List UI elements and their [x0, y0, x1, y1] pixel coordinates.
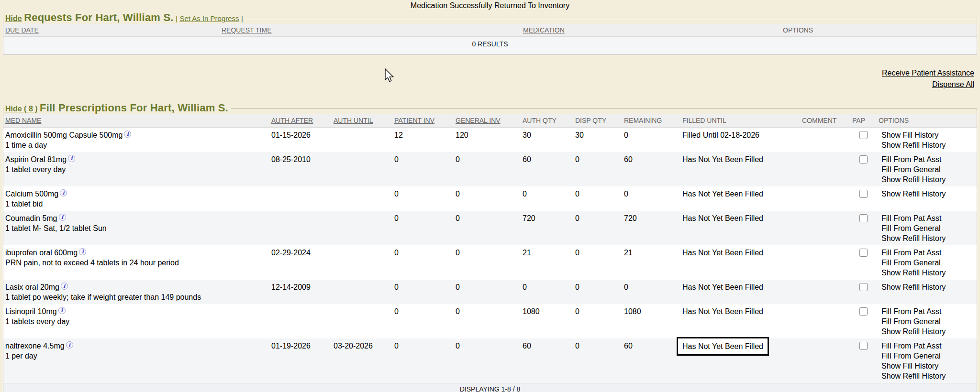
rx-header-cell: AUTH QTY — [521, 114, 573, 127]
option-link-show-refill-history[interactable]: Show Refill History — [881, 140, 946, 150]
option-link-fill-from-general[interactable]: Fill From General — [881, 316, 941, 327]
option-link-show-refill-history[interactable]: Show Refill History — [881, 174, 946, 185]
rx-col-filled-until: FILLED UNTIL — [682, 117, 726, 124]
auth-after-value: 08-25-2010 — [269, 152, 332, 186]
disp-qty-value: 0 — [573, 211, 622, 245]
option-link-show-fill-history[interactable]: Show Fill History — [881, 361, 938, 371]
option-link-fill-from-general[interactable]: Fill From General — [881, 223, 941, 233]
rx-header-cell: FILLED UNTIL — [680, 114, 800, 127]
auth-after-value: 01-19-2026 — [269, 338, 332, 383]
med-cell: Coumadin 5mgi 1 tablet M- Sat, 1/2 table… — [3, 211, 269, 245]
auth-until-value — [332, 152, 392, 186]
requests-table: DUE DATEREQUEST TIMEMEDICATIONOPTIONS 0 … — [3, 24, 977, 54]
requests-col-due-date[interactable]: DUE DATE — [5, 26, 39, 34]
option-link-show-refill-history[interactable]: Show Refill History — [881, 233, 946, 243]
option-link-fill-from-pat-asst[interactable]: Fill From Pat Asst — [881, 154, 941, 164]
remaining-value: 0 — [622, 280, 680, 304]
remaining-value: 60 — [622, 338, 680, 383]
requests-col-request-time[interactable]: REQUEST TIME — [222, 26, 272, 34]
pap-checkbox[interactable] — [859, 131, 868, 139]
option-line: Fill From General — [881, 258, 975, 268]
info-icon[interactable]: i — [58, 307, 66, 314]
auth-qty-value: 720 — [521, 211, 573, 245]
requests-col-medication[interactable]: MEDICATION — [523, 26, 565, 34]
filled-until-cell: Filled Until 02-18-2026 — [680, 127, 800, 152]
rx-header-cell: GENERAL INV — [454, 114, 521, 127]
option-link-fill-from-pat-asst[interactable]: Fill From Pat Asst — [881, 213, 941, 223]
auth-after-value — [269, 304, 332, 338]
rx-header-cell: AUTH UNTIL — [332, 114, 392, 127]
pap-checkbox[interactable] — [859, 342, 868, 350]
comment-value — [800, 211, 850, 245]
med-name: ibuprofen oral 600mg — [5, 249, 78, 257]
auth-qty-value: 0 — [521, 186, 573, 211]
filled-until-value: Filled Until 02-18-2026 — [682, 130, 759, 140]
option-link-fill-from-general[interactable]: Fill From General — [881, 164, 941, 174]
option-link-show-fill-history[interactable]: Show Fill History — [881, 130, 938, 140]
rx-col-auth-after[interactable]: AUTH AFTER — [271, 117, 313, 124]
option-link-show-refill-history[interactable]: Show Refill History — [881, 371, 946, 381]
filled-until-cell: Has Not Yet Been Filled — [680, 152, 800, 186]
filled-until-value: Has Not Yet Been Filled — [682, 154, 763, 164]
displaying-row: DISPLAYING 1-8 / 8 — [3, 383, 977, 392]
info-icon[interactable]: i — [124, 131, 131, 138]
med-name: Lisinopril 10mg — [5, 307, 57, 316]
rx-col-comment: COMMENT — [802, 117, 836, 124]
pap-checkbox[interactable] — [859, 155, 868, 163]
auth-until-value — [332, 280, 392, 304]
info-icon[interactable]: i — [59, 214, 66, 221]
displaying-count: DISPLAYING 1-8 / 8 — [3, 383, 977, 392]
option-line: Show Refill History — [881, 140, 975, 150]
rx-col-patient-inv[interactable]: PATIENT INV — [394, 117, 434, 124]
remaining-value: 1080 — [622, 304, 680, 338]
pap-checkbox[interactable] — [859, 283, 868, 291]
filled-until-value: Has Not Yet Been Filled — [682, 213, 763, 223]
rx-col-auth-until[interactable]: AUTH UNTIL — [334, 117, 373, 124]
option-link-fill-from-pat-asst[interactable]: Fill From Pat Asst — [881, 306, 941, 316]
option-link-show-refill-history[interactable]: Show Refill History — [881, 189, 946, 199]
auth-until-value — [332, 186, 392, 211]
requests-header-cell: OPTIONS — [778, 24, 977, 37]
general-inv-value: 0 — [454, 280, 521, 304]
option-line: Show Refill History — [881, 174, 975, 185]
pap-checkbox[interactable] — [859, 190, 868, 198]
prescription-row: Lasix oral 20mgi 1 tablet po weekly; tak… — [3, 280, 977, 304]
receive-patient-assistance-link[interactable]: Receive Patient Assistance — [0, 67, 974, 79]
option-link-show-refill-history[interactable]: Show Refill History — [881, 327, 946, 337]
info-icon[interactable]: i — [68, 155, 75, 162]
pap-cell — [850, 338, 877, 383]
dispense-all-link[interactable]: Dispense All — [0, 79, 974, 90]
pap-checkbox[interactable] — [859, 214, 868, 222]
auth-after-value — [269, 211, 332, 245]
option-link-fill-from-general[interactable]: Fill From General — [881, 351, 941, 361]
option-line: Fill From General — [881, 223, 975, 233]
auth-after-value: 01-15-2026 — [269, 127, 332, 152]
info-icon[interactable]: i — [60, 189, 67, 196]
prescription-row: Lisinopril 10mgi 1 tablets every day 0 0… — [3, 304, 977, 338]
option-line: Fill From Pat Asst — [881, 341, 975, 351]
pap-checkbox[interactable] — [859, 307, 868, 316]
option-link-show-refill-history[interactable]: Show Refill History — [881, 282, 946, 292]
remaining-value: 0 — [622, 127, 680, 152]
option-line: Fill From General — [881, 316, 975, 327]
option-link-fill-from-pat-asst[interactable]: Fill From Pat Asst — [881, 341, 941, 351]
pap-checkbox[interactable] — [859, 249, 868, 257]
prescriptions-legend: Hide ( 8 ) Fill Prescriptions For Hart, … — [4, 102, 231, 114]
rx-col-med-name[interactable]: MED NAME — [5, 117, 41, 124]
general-inv-value: 0 — [454, 304, 521, 338]
requests-hide-link[interactable]: Hide — [5, 14, 22, 22]
option-link-fill-from-general[interactable]: Fill From General — [881, 258, 941, 268]
option-link-fill-from-pat-asst[interactable]: Fill From Pat Asst — [881, 248, 941, 258]
rx-header-cell: COMMENT — [800, 114, 850, 127]
info-icon[interactable]: i — [79, 248, 86, 255]
option-link-show-refill-history[interactable]: Show Refill History — [881, 268, 946, 278]
prescriptions-hide-link[interactable]: Hide ( 8 ) — [5, 105, 38, 113]
rx-col-general-inv[interactable]: GENERAL INV — [456, 117, 501, 124]
option-line: Show Refill History — [881, 327, 975, 337]
info-icon[interactable]: i — [61, 283, 68, 290]
remaining-value: 720 — [622, 211, 680, 245]
set-as-in-progress-link[interactable]: Set As In Progress — [179, 14, 239, 22]
info-icon[interactable]: i — [66, 341, 73, 348]
requests-header-cell: MEDICATION — [521, 24, 778, 37]
option-line: Fill From Pat Asst — [881, 248, 975, 258]
